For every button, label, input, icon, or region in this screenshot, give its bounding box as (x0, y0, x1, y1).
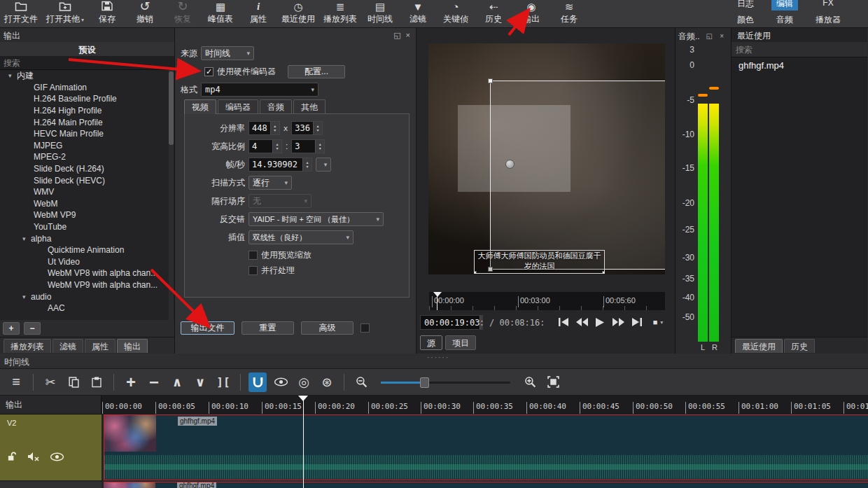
add-preset-button[interactable]: + (3, 322, 20, 335)
preset-item[interactable]: Ut Video (0, 256, 174, 268)
preset-group[interactable]: ▾audio (0, 291, 174, 302)
snap-toggle-button[interactable] (248, 372, 267, 392)
dock-handle[interactable]: ······ (427, 354, 449, 361)
preset-item[interactable]: H.264 Baseline Profile (0, 93, 174, 105)
advanced-button[interactable]: 高级 (301, 321, 354, 335)
timeline-button[interactable]: ▤ 时间线 (361, 0, 399, 27)
ripple-toggle-button[interactable]: ◎ (295, 372, 313, 392)
fps-input[interactable]: 14.930902▴▾ (248, 158, 312, 172)
player-playhead[interactable] (437, 292, 438, 310)
scrub-while-dragging-button[interactable] (272, 372, 290, 392)
preset-item[interactable]: H.264 Main Profile (0, 116, 174, 128)
current-position-field[interactable]: 00:00:19:03 ▴▾ (420, 315, 483, 330)
float-panel-icon[interactable]: ◱ (393, 31, 400, 40)
copy-button[interactable] (64, 372, 83, 392)
spinner-icon[interactable]: ▴▾ (270, 122, 279, 134)
remove-preset-button[interactable]: − (24, 322, 41, 335)
open-file-button[interactable]: 打开文件 (0, 0, 42, 27)
save-button[interactable]: 保存 (88, 0, 126, 27)
spinner-icon[interactable]: ▴▾ (272, 140, 281, 153)
export-file-button[interactable]: 输出文件 (181, 321, 234, 335)
preset-group[interactable]: ▾内建 (0, 70, 174, 82)
preset-group[interactable]: ▾alpha (0, 232, 174, 244)
spinner-icon[interactable]: ▴▾ (479, 316, 483, 329)
resolution-height-input[interactable]: 336▴▾ (291, 121, 323, 135)
close-panel-icon[interactable]: × (406, 31, 410, 40)
paste-button[interactable] (88, 372, 106, 392)
zoom-fit-menu-button[interactable]: ■ ▾ (646, 314, 670, 330)
fps-preset-dropdown[interactable]: ▾ (316, 158, 331, 172)
reset-button[interactable]: 重置 (241, 321, 294, 335)
preset-item[interactable]: WebM (0, 198, 174, 210)
timeline-playhead-grip[interactable] (298, 396, 308, 401)
peak-meter-button[interactable]: ▦ 峰值表 (202, 0, 239, 27)
crop-handle[interactable] (488, 78, 493, 83)
properties-button[interactable]: i 属性 (239, 0, 277, 27)
aspect-den-input[interactable]: 3▴▾ (291, 139, 325, 153)
tab-playlist[interactable]: 播放列表 (4, 339, 51, 353)
scrollbar-thumb[interactable] (169, 71, 174, 145)
hw-encoder-checkbox[interactable]: ✓ (204, 67, 214, 76)
spinner-icon[interactable]: ▴▾ (302, 158, 312, 171)
format-dropdown[interactable]: mp4▾ (201, 83, 318, 97)
preset-item[interactable]: AAC (0, 302, 174, 314)
rewind-button[interactable] (573, 314, 590, 330)
redo-button[interactable]: ↻ 恢复 (164, 0, 202, 27)
timeline-zoom-slider[interactable] (381, 375, 510, 389)
subtitle-text-box[interactable]: 大师傅大师傅国防动员和德国豆腐干岁的法国 墅士大夫士大夫 (474, 250, 605, 274)
output-track-head[interactable]: 输出 (0, 396, 101, 414)
presets-search-input[interactable] (0, 56, 174, 70)
layout-logging[interactable]: 日志 (732, 0, 759, 11)
center-drag-handle[interactable] (505, 160, 514, 169)
playlist-button[interactable]: ≣ 播放列表 (319, 0, 361, 27)
scan-mode-dropdown[interactable]: 逐行▾ (248, 176, 292, 190)
configure-button[interactable]: 配置... (288, 65, 345, 78)
player-scrubber[interactable]: 00:00:00 00:03:00 00:05:60 (429, 292, 665, 310)
aspect-num-input[interactable]: 4▴▾ (248, 139, 282, 153)
timeline-ruler[interactable]: 00:00:00 00:00:05 00:00:10 00:00:15 00:0… (102, 396, 868, 414)
tab-history[interactable]: 历史 (784, 339, 815, 353)
skip-to-start-button[interactable] (555, 314, 572, 330)
mute-icon[interactable] (27, 452, 40, 461)
preset-item[interactable]: Slide Deck (HEVC) (0, 174, 174, 186)
parallel-checkbox[interactable] (248, 266, 258, 275)
tab-properties[interactable]: 属性 (85, 339, 115, 353)
zoom-fit-button[interactable] (544, 372, 562, 392)
close-panel-icon[interactable]: × (720, 32, 724, 40)
collapse-arrow-icon[interactable]: ▾ (22, 235, 31, 242)
append-button[interactable]: + (122, 372, 140, 392)
overwrite-button[interactable]: ∨ (191, 372, 209, 392)
preset-item[interactable]: WMV (0, 186, 174, 198)
recent-list-item[interactable]: ghfhgf.mp4 (732, 57, 867, 73)
open-other-button[interactable]: 打开其他▾ (42, 0, 88, 27)
field-order-dropdown[interactable]: 无▾ (248, 194, 312, 208)
recent-search-input[interactable] (732, 42, 867, 57)
play-button[interactable] (592, 314, 608, 330)
tab-codec[interactable]: 编码器 (218, 99, 258, 114)
interpolation-dropdown[interactable]: 双线性（良好）▾ (248, 230, 354, 244)
filters-button[interactable]: ▼ 滤镜 (399, 0, 437, 27)
video-track-head-v1[interactable] (0, 482, 102, 488)
spinner-icon[interactable]: ▴▾ (315, 140, 324, 153)
collapse-arrow-icon[interactable]: ▾ (22, 293, 31, 300)
recent-button[interactable]: ◷ 最近使用 (277, 0, 319, 27)
tab-video[interactable]: 视频 (184, 99, 216, 114)
zoom-out-button[interactable] (352, 372, 370, 392)
preset-item[interactable]: WebM VP9 with alpha chan... (0, 279, 174, 291)
float-panel-icon[interactable]: ◱ (706, 32, 713, 40)
layout-fx[interactable]: FX (811, 0, 846, 11)
cut-button[interactable]: ✂ (41, 372, 59, 392)
tab-project[interactable]: 项目 (445, 335, 476, 350)
tab-recent[interactable]: 最近使用 (735, 339, 783, 353)
zoom-in-button[interactable] (521, 372, 539, 392)
slider-thumb[interactable] (420, 377, 429, 388)
ripple-all-tracks-button[interactable]: ⊛ (318, 372, 336, 392)
preview-scaling-checkbox[interactable] (248, 251, 258, 260)
layout-audio[interactable]: 音频 (771, 13, 798, 27)
jobs-button[interactable]: ≋ 任务 (550, 0, 588, 27)
export-button[interactable]: ◉ 输出 (512, 0, 550, 27)
preset-item[interactable]: WebM VP9 (0, 209, 174, 221)
tab-audio[interactable]: 音频 (260, 99, 292, 114)
layout-editing[interactable]: 编辑 (771, 0, 798, 11)
hide-icon[interactable] (50, 452, 64, 461)
